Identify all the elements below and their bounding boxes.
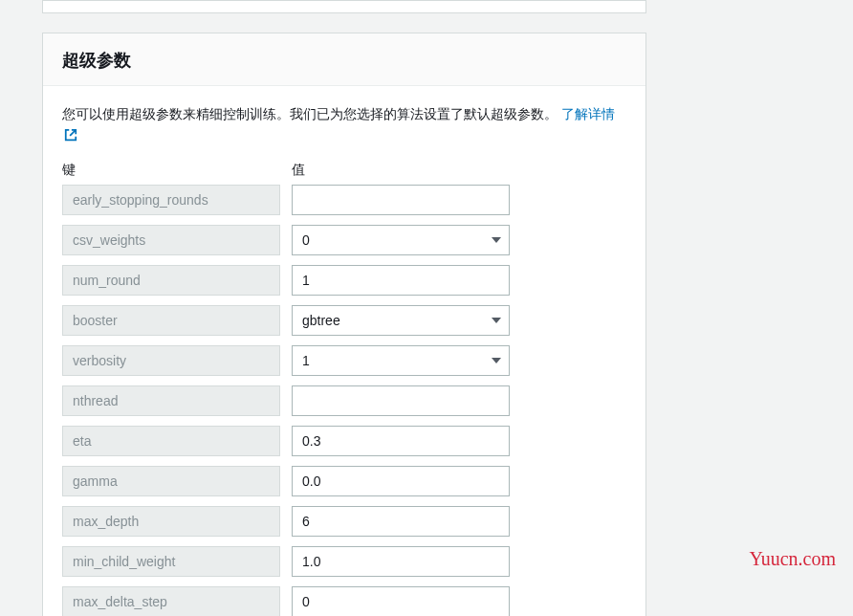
learn-more-text: 了解详情: [561, 106, 615, 121]
param-key: num_round: [62, 265, 280, 296]
param-select[interactable]: 1: [292, 345, 510, 376]
param-key: gamma: [62, 466, 280, 496]
param-row: nthread: [62, 385, 626, 416]
param-row: num_round: [62, 265, 626, 296]
param-row: min_child_weight: [62, 546, 626, 577]
param-key: booster: [62, 305, 280, 336]
param-input[interactable]: [292, 426, 510, 456]
param-key: min_child_weight: [62, 546, 280, 577]
chevron-down-icon: [492, 358, 501, 363]
param-row: gamma: [62, 466, 626, 496]
chevron-down-icon: [492, 318, 501, 323]
param-row: eta: [62, 426, 626, 456]
param-select-value: 0: [302, 232, 310, 248]
param-input[interactable]: [292, 466, 510, 496]
param-input[interactable]: [292, 506, 510, 537]
param-key: max_delta_step: [62, 586, 280, 616]
external-link-icon: [64, 126, 77, 147]
hyperparameter-panel: 超级参数 您可以使用超级参数来精细控制训练。我们已为您选择的算法设置了默认超级参…: [42, 33, 646, 616]
param-key: eta: [62, 426, 280, 456]
column-header-key: 键: [62, 162, 280, 179]
previous-panel-bottom: [42, 0, 646, 13]
column-header-value: 值: [292, 162, 510, 179]
panel-description: 您可以使用超级参数来精细控制训练。我们已为您选择的算法设置了默认超级参数。 了解…: [62, 103, 626, 148]
panel-title: 超级参数: [62, 49, 626, 72]
chevron-down-icon: [492, 237, 501, 243]
description-text: 您可以使用超级参数来精细控制训练。我们已为您选择的算法设置了默认超级参数。: [62, 106, 558, 121]
param-row: early_stopping_rounds: [62, 185, 626, 215]
param-select[interactable]: gbtree: [292, 305, 510, 336]
param-row: csv_weights0: [62, 225, 626, 255]
param-select[interactable]: 0: [292, 225, 510, 255]
param-row: verbosity1: [62, 345, 626, 376]
param-select-value: 1: [302, 353, 310, 368]
param-key: max_depth: [62, 506, 280, 537]
param-select-value: gbtree: [302, 313, 340, 328]
param-key: csv_weights: [62, 225, 280, 255]
param-row: boostergbtree: [62, 305, 626, 336]
panel-header: 超级参数: [43, 33, 645, 86]
watermark: Yuucn.com: [749, 548, 836, 570]
param-key: early_stopping_rounds: [62, 185, 280, 215]
columns-header: 键 值: [62, 162, 626, 179]
param-input[interactable]: [292, 185, 510, 215]
param-row: max_depth: [62, 506, 626, 537]
rows-container: early_stopping_roundscsv_weights0num_rou…: [62, 185, 626, 616]
param-input[interactable]: [292, 546, 510, 577]
param-row: max_delta_step: [62, 586, 626, 616]
param-key: verbosity: [62, 345, 280, 376]
param-input[interactable]: [292, 385, 510, 416]
param-key: nthread: [62, 385, 280, 416]
param-input[interactable]: [292, 265, 510, 296]
param-input[interactable]: [292, 586, 510, 616]
panel-body: 您可以使用超级参数来精细控制训练。我们已为您选择的算法设置了默认超级参数。 了解…: [43, 86, 645, 616]
